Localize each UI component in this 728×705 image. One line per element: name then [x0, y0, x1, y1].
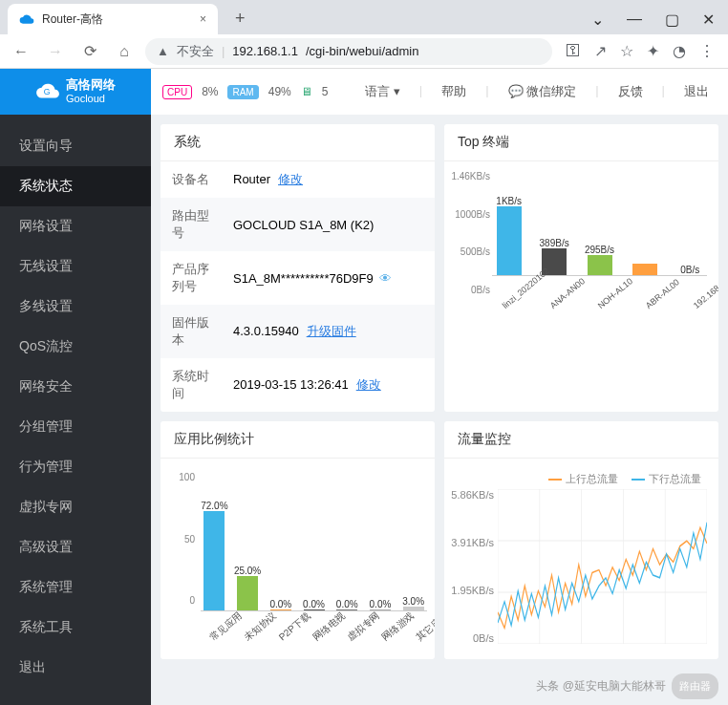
menu-icon[interactable]: ⋮: [699, 42, 715, 60]
profile-icon[interactable]: ◔: [673, 42, 686, 60]
feedback-link[interactable]: 反馈: [618, 83, 643, 100]
back-button[interactable]: ←: [8, 38, 34, 65]
row-device-name: 设备名Router修改: [161, 161, 435, 198]
card-title: 系统: [161, 124, 435, 161]
sidebar-item[interactable]: 系统管理: [0, 567, 151, 608]
sidebar-item[interactable]: 退出: [0, 648, 151, 688]
traffic-card: 流量监控 上行总流量 下行总流量 5.86KB/s3.91KB/s1.95KB/…: [444, 421, 718, 659]
sidebar-item[interactable]: 无线设置: [0, 246, 151, 287]
close-icon[interactable]: ×: [200, 12, 206, 26]
sidebar-item[interactable]: 多线设置: [0, 287, 151, 327]
new-tab-button[interactable]: +: [227, 9, 253, 29]
card-title: 流量监控: [444, 421, 718, 459]
sidebar-item[interactable]: 行为管理: [0, 447, 151, 487]
ram-percent: 49%: [268, 85, 291, 98]
reload-button[interactable]: ⟳: [76, 38, 103, 65]
top-terminals-chart: 1.46KB/s1000B/s500B/s0B/s1KB/s389B/s295B…: [444, 161, 718, 333]
ram-badge: RAM: [227, 85, 258, 99]
sidebar-item[interactable]: QoS流控: [0, 327, 151, 367]
tab-title: Router-高恪: [42, 11, 103, 28]
sidebar: 设置向导系统状态网络设置无线设置多线设置QoS流控网络安全分组管理行为管理虚拟专…: [0, 115, 151, 705]
cpu-percent: 8%: [202, 85, 218, 98]
url-host: 192.168.1.1: [232, 44, 298, 58]
traffic-chart: 上行总流量 下行总流量 5.86KB/s3.91KB/s1.95KB/s0B/s: [444, 459, 718, 659]
lang-menu[interactable]: 语言 ▾: [365, 83, 400, 100]
address-bar[interactable]: ▲ 不安全 | 192.168.1.1/cgi-bin/webui/admin: [145, 38, 552, 65]
browser-tab-strip: Router-高恪 × + ⌄ — ▢ ✕: [0, 0, 728, 34]
logout-link[interactable]: 退出: [684, 83, 709, 100]
home-button[interactable]: ⌂: [111, 38, 138, 65]
edit-name-link[interactable]: 修改: [278, 172, 303, 186]
wechat-bind[interactable]: 💬 微信绑定: [508, 83, 577, 100]
top-terminals-card: Top 终端 1.46KB/s1000B/s500B/s0B/s1KB/s389…: [444, 124, 718, 412]
maximize-icon[interactable]: ▢: [665, 11, 679, 29]
key-icon[interactable]: ⚿: [566, 42, 581, 60]
app-header: G 高恪网络Gocloud CPU 8% RAM 49% 🖥 5 语言 ▾ | …: [0, 69, 728, 115]
dropdown-icon[interactable]: ⌄: [591, 11, 604, 29]
device-count: 5: [322, 85, 329, 98]
browser-toolbar: ← → ⟳ ⌂ ▲ 不安全 | 192.168.1.1/cgi-bin/webu…: [0, 34, 728, 69]
system-card: 系统 设备名Router修改 路由型号GOCLOUD S1A_8M (K2) 产…: [161, 124, 435, 412]
edit-time-link[interactable]: 修改: [356, 377, 381, 392]
close-window-icon[interactable]: ✕: [702, 11, 715, 29]
svg-text:G: G: [44, 87, 51, 96]
monitor-icon: 🖥: [301, 85, 312, 98]
header-menu: 语言 ▾ | 帮助 | 💬 微信绑定 | 反馈 | 退出: [365, 83, 728, 100]
sidebar-item[interactable]: 系统工具: [0, 608, 151, 648]
reveal-icon[interactable]: 👁: [379, 271, 392, 286]
legend-down: 下行总流量: [632, 472, 701, 486]
sidebar-item[interactable]: 设置向导: [0, 126, 151, 166]
warning-icon: ▲: [157, 44, 169, 58]
logo: G 高恪网络Gocloud: [0, 69, 151, 115]
row-systime: 系统时间2019-03-15 13:26:41修改: [161, 358, 435, 412]
minimize-icon[interactable]: —: [627, 11, 642, 29]
sidebar-item[interactable]: 网络设置: [0, 206, 151, 246]
cloud-logo-icon: G: [35, 79, 60, 104]
browser-tab[interactable]: Router-高恪 ×: [8, 4, 218, 34]
sidebar-item[interactable]: 虚拟专网: [0, 487, 151, 527]
security-label: 不安全: [177, 43, 214, 60]
cloud-icon: [19, 11, 34, 27]
sidebar-item[interactable]: 系统状态: [0, 166, 151, 206]
cpu-badge: CPU: [162, 85, 192, 99]
sidebar-item[interactable]: 分组管理: [0, 407, 151, 447]
main-content: 系统 设备名Router修改 路由型号GOCLOUD S1A_8M (K2) 产…: [151, 115, 728, 705]
app-ratio-chart: 10050072.0%25.0%0.0%0.0%0.0%0.0%3.0%常见应用…: [161, 459, 435, 659]
forward-button[interactable]: →: [42, 38, 69, 65]
star-icon[interactable]: ☆: [620, 42, 633, 60]
sidebar-item[interactable]: 高级设置: [0, 527, 151, 567]
share-icon[interactable]: ↗: [594, 42, 607, 60]
row-firmware: 固件版本4.3.0.15940升级固件: [161, 305, 435, 358]
extensions-icon[interactable]: ✦: [647, 42, 659, 60]
row-serial: 产品序列号S1A_8M**********76D9F9👁: [161, 251, 435, 305]
help-link[interactable]: 帮助: [441, 83, 466, 100]
app-ratio-card: 应用比例统计 10050072.0%25.0%0.0%0.0%0.0%0.0%3…: [161, 421, 435, 659]
url-path: /cgi-bin/webui/admin: [306, 44, 419, 58]
card-title: Top 终端: [444, 124, 718, 161]
legend-up: 上行总流量: [548, 472, 618, 486]
sidebar-item[interactable]: 网络安全: [0, 367, 151, 407]
row-model: 路由型号GOCLOUD S1A_8M (K2): [161, 198, 435, 251]
upgrade-link[interactable]: 升级固件: [307, 324, 356, 338]
card-title: 应用比例统计: [161, 421, 435, 459]
